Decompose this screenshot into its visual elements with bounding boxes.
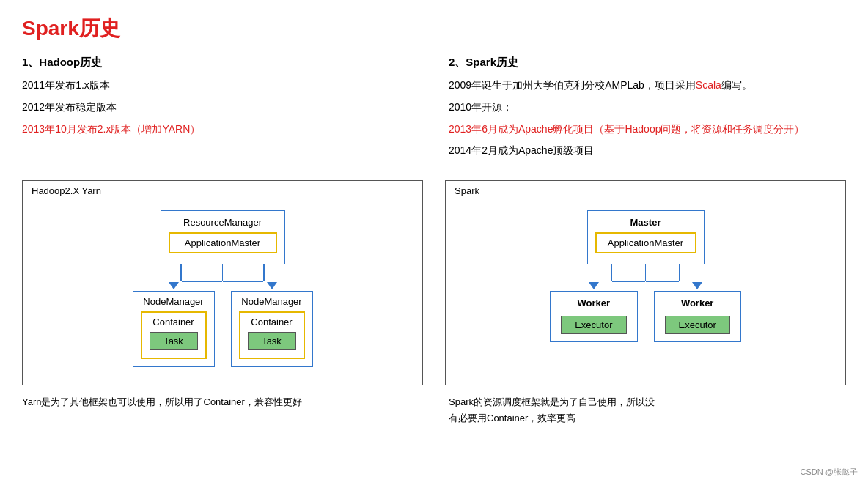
- nm2-label: NodeManager: [241, 296, 301, 307]
- arrow-nm2: [267, 282, 277, 289]
- application-master-box-yarn: ApplicationMaster: [169, 232, 277, 253]
- task1-label: Task: [163, 336, 183, 347]
- left-line-3: 2013年10月发布2.x版本（增加YARN）: [22, 121, 419, 138]
- executor2-label: Executor: [679, 319, 716, 330]
- left-line-2: 2012年发布稳定版本: [22, 99, 419, 116]
- arrow-nm1: [169, 282, 179, 289]
- left-line-1: 2011年发布1.x版本: [22, 77, 419, 95]
- left-section: 1、Hadoop历史 2011年发布1.x版本 2012年发布稳定版本 2013…: [22, 56, 419, 164]
- right-line-1-rest: 编写。: [721, 79, 752, 91]
- node-manager-1-box: NodeManager Container Task: [133, 291, 215, 367]
- arrow-worker1: [589, 282, 599, 289]
- container2-label: Container: [248, 316, 296, 327]
- master-box: Master ApplicationMaster: [587, 210, 705, 264]
- node-manager-2-box: NodeManager Container Task: [231, 291, 313, 367]
- nm1-label: NodeManager: [143, 296, 203, 307]
- right-section: 2、Spark历史 2009年诞生于加州大学伯克利分校AMPLab，项目采用Sc…: [449, 56, 846, 164]
- right-line-1-text: 2009年诞生于加州大学伯克利分校AMPLab，项目采用: [449, 79, 696, 91]
- task-1-box: Task: [150, 332, 198, 350]
- container1-label: Container: [150, 316, 198, 327]
- task-2-box: Task: [248, 332, 296, 350]
- right-caption-line2: 有必要用Container，效率更高: [449, 412, 575, 423]
- worker1-label: Worker: [578, 297, 611, 308]
- am-label-spark: ApplicationMaster: [608, 237, 683, 248]
- container-1-box: Container Task: [141, 311, 207, 359]
- executor1-label: Executor: [575, 319, 612, 330]
- right-caption-line1: Spark的资源调度框架就是为了自己使用，所以没: [449, 396, 655, 407]
- am-label-yarn: ApplicationMaster: [185, 237, 260, 248]
- hadoop-diagram: Hadoop2.X Yarn ResourceManager Applicati…: [22, 180, 423, 385]
- page-title: Spark历史: [22, 15, 846, 42]
- right-line-3: 2013年6月成为Apache孵化项目（基于Hadoop问题，将资源和任务调度分…: [449, 121, 846, 138]
- scala-word: Scala: [696, 79, 721, 91]
- right-line-4: 2014年2月成为Apache顶级项目: [449, 142, 846, 160]
- resource-manager-box: ResourceManager ApplicationMaster: [161, 210, 285, 264]
- left-heading: 1、Hadoop历史: [22, 56, 419, 70]
- left-caption: Yarn是为了其他框架也可以使用，所以用了Container，兼容性更好: [22, 394, 419, 426]
- executor-2-box: Executor: [665, 316, 730, 334]
- spark-diagram: Spark Master ApplicationMaster: [445, 180, 846, 385]
- master-label: Master: [595, 217, 696, 228]
- right-line-1: 2009年诞生于加州大学伯克利分校AMPLab，项目采用Scala编写。: [449, 77, 846, 95]
- worker-1-box: Worker Executor: [550, 291, 637, 342]
- arrow-worker2: [692, 282, 702, 289]
- right-line-2: 2010年开源；: [449, 99, 846, 116]
- right-caption: Spark的资源调度框架就是为了自己使用，所以没 有必要用Container，效…: [449, 394, 846, 426]
- worker-2-box: Worker Executor: [654, 291, 741, 342]
- container-2-box: Container Task: [239, 311, 305, 359]
- hadoop-diagram-label: Hadoop2.X Yarn: [32, 185, 101, 196]
- worker2-label: Worker: [681, 297, 714, 308]
- spark-diagram-label: Spark: [455, 185, 479, 196]
- rm-label: ResourceManager: [183, 217, 262, 228]
- right-heading: 2、Spark历史: [449, 56, 846, 70]
- application-master-box-spark: ApplicationMaster: [595, 232, 696, 253]
- task2-label: Task: [262, 336, 282, 347]
- executor-1-box: Executor: [561, 316, 626, 334]
